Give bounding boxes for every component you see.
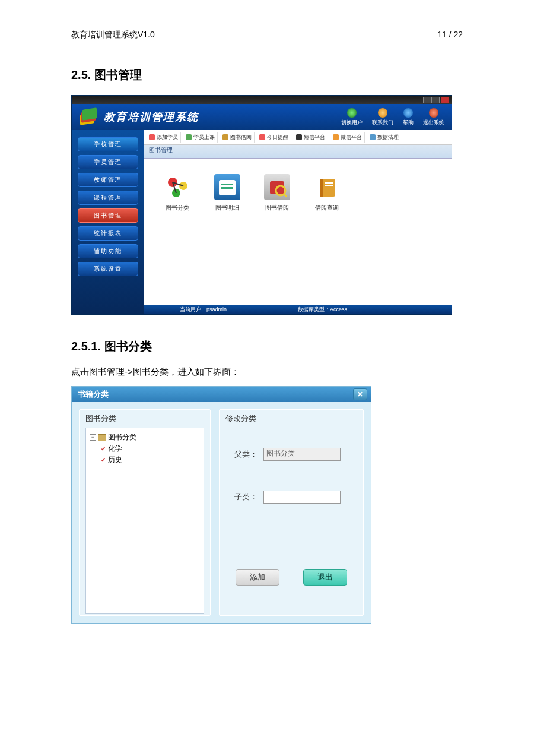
status-bar: 当前用户：psadmin 数据库类型：Access [144, 305, 452, 314]
toolbar-item-icon [370, 134, 376, 140]
status-db: 数据库类型：Access [298, 306, 347, 314]
toolbar-item-icon [223, 134, 228, 140]
header-icon-group: 切换用户联系我们帮助退出系统 [341, 108, 444, 126]
checkbox-icon[interactable]: ✔ [100, 446, 106, 452]
toolbar-item-label: 学员上课 [193, 134, 215, 141]
toolbar-item-icon [333, 134, 339, 140]
tree-item[interactable]: ✔化学 [90, 443, 200, 454]
header-icon-glyph [347, 108, 357, 118]
status-user: 当前用户：psadmin [180, 306, 227, 314]
module-图书借阅[interactable]: 图书借阅 [264, 174, 290, 212]
module-icon [214, 174, 240, 200]
module-icon [314, 174, 340, 200]
expand-icon[interactable]: − [90, 434, 96, 441]
toolbar-item[interactable]: 微信平台 [330, 132, 365, 143]
header-icon-联系我们[interactable]: 联系我们 [372, 108, 393, 126]
header-icon-label: 联系我们 [372, 119, 393, 126]
content-panel: 图书管理 图书分类图书明细图书借阅借阅查询 [144, 144, 452, 305]
toolbar-item[interactable]: 添加学员 [147, 132, 181, 143]
toolbar-item-label: 微信平台 [341, 134, 362, 141]
header-icon-切换用户[interactable]: 切换用户 [341, 108, 363, 126]
header-icon-glyph [378, 108, 387, 118]
section-heading-2-5: 2.5. 图书管理 [71, 67, 463, 83]
tree-root-row[interactable]: − 图书分类 [90, 432, 200, 443]
minimize-icon[interactable] [423, 97, 431, 103]
page-number: 11 / 22 [437, 30, 463, 40]
close-icon[interactable] [441, 97, 449, 103]
toolbar-item[interactable]: 今日提醒 [257, 132, 291, 143]
logo-block: 教育培训管理系统 [79, 109, 199, 125]
header-icon-glyph [403, 108, 413, 118]
sidebar-item-2[interactable]: 课程管理 [78, 191, 138, 205]
parent-field: 图书分类 [263, 448, 341, 461]
folder-icon [98, 434, 106, 441]
app-header: 教育培训管理系统 切换用户联系我们帮助退出系统 [72, 104, 452, 130]
sidebar-item-4[interactable]: 统计报表 [78, 226, 138, 241]
toolbar-item-icon [149, 134, 155, 140]
header-icon-退出系统[interactable]: 退出系统 [423, 108, 444, 126]
toolbar-item-label: 添加学员 [157, 134, 178, 141]
sidebar-header-button[interactable]: 学校管理 [78, 137, 138, 151]
tree-item-label: 化学 [108, 444, 122, 454]
toolbar-item-icon [186, 134, 192, 140]
svg-rect-14 [325, 185, 333, 186]
sidebar-item-6[interactable]: 系统设置 [78, 262, 138, 276]
tree-item[interactable]: ✔历史 [90, 454, 200, 466]
category-dialog: 书籍分类 ✕ 图书分类 − 图书分类 ✔化学✔历史 修改分类 父类： [71, 386, 371, 624]
toolbar-item[interactable]: 数据清理 [367, 132, 401, 143]
module-label: 图书分类 [166, 204, 189, 212]
section-heading-2-5-1: 2.5.1. 图书分类 [71, 339, 463, 355]
module-grid: 图书分类图书明细图书借阅借阅查询 [144, 159, 452, 227]
header-icon-label: 切换用户 [341, 119, 363, 126]
toolbar-item-icon [259, 134, 265, 140]
sidebar-item-1[interactable]: 教师管理 [78, 173, 138, 187]
maximize-icon[interactable] [431, 97, 440, 103]
header-icon-glyph [429, 108, 438, 118]
sidebar-item-0[interactable]: 学员管理 [78, 155, 138, 169]
module-label: 图书明细 [215, 204, 239, 212]
exit-button[interactable]: 退出 [303, 569, 347, 586]
header-icon-帮助[interactable]: 帮助 [403, 108, 414, 126]
svg-line-10 [284, 194, 287, 197]
toolbar-item[interactable]: 短信平台 [294, 132, 328, 143]
checkbox-icon[interactable]: ✔ [100, 457, 106, 463]
add-button[interactable]: 添加 [236, 569, 279, 586]
document-header: 教育培训管理系统V1.0 11 / 22 [71, 30, 463, 43]
tree-panel-label: 图书分类 [85, 413, 204, 424]
category-tree[interactable]: − 图书分类 ✔化学✔历史 [85, 428, 204, 614]
svg-rect-12 [320, 179, 323, 197]
parent-label: 父类： [231, 449, 258, 460]
child-label: 子类： [231, 492, 258, 502]
dialog-titlebar: 书籍分类 ✕ [72, 387, 371, 402]
module-图书明细[interactable]: 图书明细 [214, 174, 240, 212]
sidebar-item-3[interactable]: 图书管理 [78, 208, 138, 223]
books-icon [79, 109, 98, 125]
edit-panel: 修改分类 父类： 图书分类 子类： 添加 退出 [219, 409, 364, 616]
module-icon [264, 174, 290, 200]
close-icon[interactable]: ✕ [353, 388, 367, 400]
edit-panel-label: 修改分类 [225, 413, 357, 424]
toolbar-item-label: 短信平台 [304, 134, 325, 141]
toolbar-item-label: 图书借阅 [230, 134, 252, 141]
toolbar: 添加学员学员上课图书借阅今日提醒短信平台微信平台数据清理 [144, 130, 452, 144]
main-area: 添加学员学员上课图书借阅今日提醒短信平台微信平台数据清理 图书管理 图书分类图书… [144, 130, 452, 314]
app-title: 教育培训管理系统 [104, 110, 199, 124]
module-label: 图书借阅 [265, 204, 289, 212]
sidebar-item-5[interactable]: 辅助功能 [78, 244, 138, 258]
child-input[interactable] [263, 491, 341, 504]
tree-root-label: 图书分类 [108, 432, 136, 442]
tree-panel: 图书分类 − 图书分类 ✔化学✔历史 [79, 409, 211, 616]
content-header: 图书管理 [144, 145, 452, 159]
paragraph-2-5-1: 点击图书管理->图书分类，进入如下界面： [71, 366, 463, 378]
toolbar-item[interactable]: 图书借阅 [220, 132, 255, 143]
module-icon [164, 174, 190, 200]
tree-item-label: 历史 [108, 455, 122, 465]
svg-rect-7 [221, 187, 233, 189]
header-icon-label: 退出系统 [423, 119, 444, 126]
dialog-title-text: 书籍分类 [78, 389, 109, 400]
header-icon-label: 帮助 [403, 119, 414, 126]
module-图书分类[interactable]: 图书分类 [164, 174, 190, 212]
module-label: 借阅查询 [315, 204, 339, 212]
module-借阅查询[interactable]: 借阅查询 [314, 174, 340, 212]
toolbar-item[interactable]: 学员上课 [183, 132, 218, 143]
